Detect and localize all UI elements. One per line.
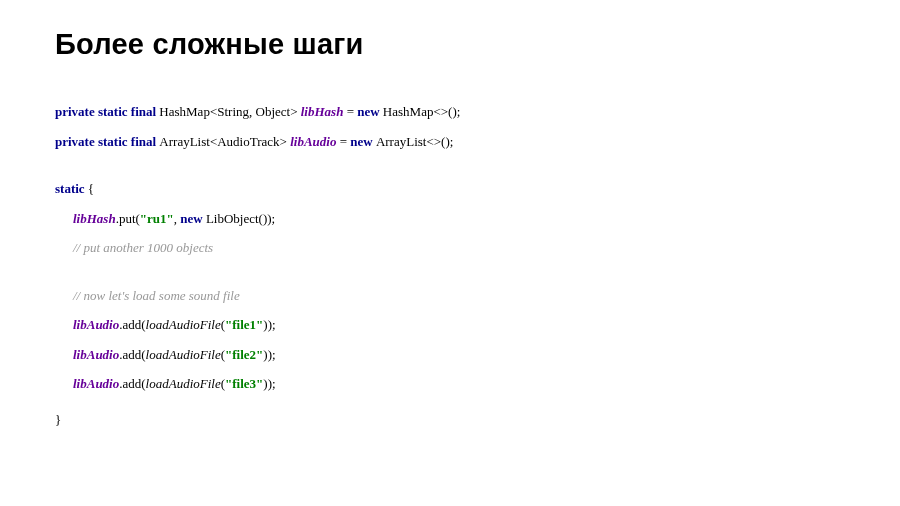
string-literal: "file3" bbox=[225, 376, 263, 391]
field-libaudio: libAudio bbox=[73, 347, 119, 362]
code-line-comment-2: // now let's load some sound file bbox=[55, 287, 845, 305]
loader-fn: loadAudioFile bbox=[146, 347, 221, 362]
code-block: private static final HashMap<String, Obj… bbox=[55, 103, 845, 428]
comment: // now let's load some sound file bbox=[73, 288, 240, 303]
keyword-new: new bbox=[350, 134, 376, 149]
comment: // put another 1000 objects bbox=[73, 240, 213, 255]
slide-title: Более сложные шаги bbox=[55, 28, 845, 61]
brace-open: { bbox=[85, 181, 95, 196]
code-line-audio-1: libAudio.add(loadAudioFile("file1")); bbox=[55, 316, 845, 334]
equals: = bbox=[340, 134, 351, 149]
constructor: ArrayList<>(); bbox=[376, 134, 453, 149]
keyword-new: new bbox=[357, 104, 383, 119]
code-line-static-close: } bbox=[55, 411, 845, 429]
close: )); bbox=[263, 347, 275, 362]
field-libaudio: libAudio bbox=[73, 376, 119, 391]
string-literal: "file1" bbox=[225, 317, 263, 332]
blank-line bbox=[55, 162, 845, 180]
type: HashMap<String, Object> bbox=[159, 104, 300, 119]
code-line-audio-2: libAudio.add(loadAudioFile("file2")); bbox=[55, 346, 845, 364]
close: )); bbox=[263, 317, 275, 332]
field-libhash: libHash bbox=[73, 211, 116, 226]
field-libaudio: libAudio bbox=[73, 317, 119, 332]
code-line-put: libHash.put("ru1", new LibObject()); bbox=[55, 210, 845, 228]
string-literal: "ru1" bbox=[140, 211, 174, 226]
keyword-static: static bbox=[55, 181, 85, 196]
field-libhash: libHash bbox=[301, 104, 347, 119]
keyword: private static final bbox=[55, 134, 159, 149]
loader-fn: loadAudioFile bbox=[146, 376, 221, 391]
code-line-comment-1: // put another 1000 objects bbox=[55, 239, 845, 257]
equals: = bbox=[347, 104, 358, 119]
blank-line bbox=[55, 269, 845, 287]
type: ArrayList<AudioTrack> bbox=[159, 134, 290, 149]
code-line-static-open: static { bbox=[55, 180, 845, 198]
constructor: HashMap<>(); bbox=[383, 104, 460, 119]
loader-fn: loadAudioFile bbox=[146, 317, 221, 332]
keyword: private static final bbox=[55, 104, 159, 119]
method-add: .add( bbox=[119, 376, 145, 391]
code-line-decl-libhash: private static final HashMap<String, Obj… bbox=[55, 103, 845, 121]
method-add: .add( bbox=[119, 347, 145, 362]
close: )); bbox=[263, 376, 275, 391]
constructor: LibObject()); bbox=[206, 211, 275, 226]
slide: Более сложные шаги private static final … bbox=[0, 0, 900, 428]
brace-close: } bbox=[55, 412, 61, 427]
code-line-decl-libaudio: private static final ArrayList<AudioTrac… bbox=[55, 133, 845, 151]
field-libaudio: libAudio bbox=[290, 134, 340, 149]
string-literal: "file2" bbox=[225, 347, 263, 362]
code-line-audio-3: libAudio.add(loadAudioFile("file3")); bbox=[55, 375, 845, 393]
method-add: .add( bbox=[119, 317, 145, 332]
keyword-new: new bbox=[180, 211, 206, 226]
method-put: .put( bbox=[116, 211, 140, 226]
